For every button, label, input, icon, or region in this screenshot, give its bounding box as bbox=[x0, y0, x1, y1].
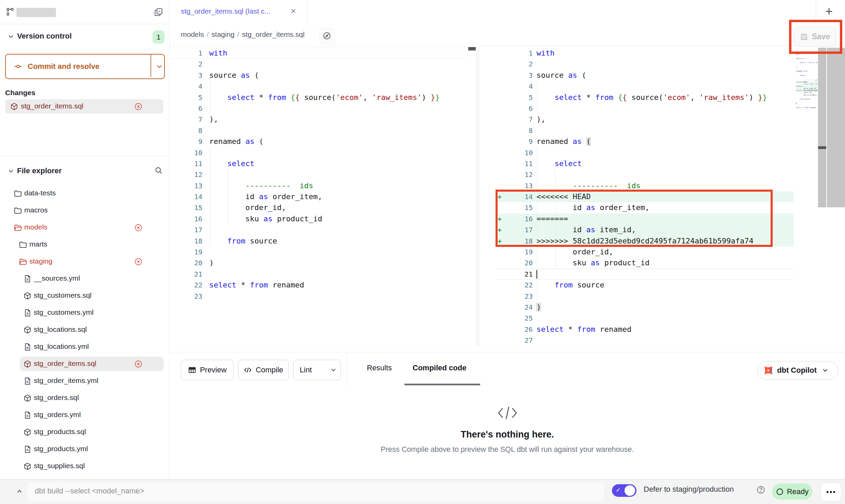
dbt-copilot-button[interactable]: dbt Copilot bbox=[757, 361, 838, 380]
code-line-3[interactable]: 3source as ( bbox=[491, 70, 794, 81]
conflict-circle-x-icon[interactable] bbox=[134, 223, 143, 232]
chevron-down-icon[interactable] bbox=[7, 167, 15, 175]
version-control-title[interactable]: Version control bbox=[17, 32, 72, 41]
scrollbar-thumb[interactable] bbox=[818, 146, 826, 149]
search-icon[interactable] bbox=[154, 166, 163, 175]
chevron-down-icon[interactable] bbox=[7, 33, 15, 40]
compile-button[interactable]: Compile bbox=[238, 360, 289, 380]
help-icon[interactable] bbox=[756, 485, 765, 494]
file-row-stg_order_items.sql[interactable]: stg_order_items.sql bbox=[0, 355, 169, 372]
code-line-16[interactable]: +16======= bbox=[491, 213, 794, 224]
file-row-stg_customers.sql[interactable]: stg_customers.sql bbox=[0, 287, 169, 304]
tab-results[interactable]: Results bbox=[367, 364, 392, 372]
preview-button[interactable]: Preview bbox=[181, 360, 233, 380]
code-line-26[interactable]: 26select * from renamed bbox=[491, 324, 794, 335]
code-line-18[interactable]: 18 from source bbox=[170, 236, 468, 247]
overview-ruler[interactable] bbox=[827, 48, 845, 207]
defer-toggle[interactable]: ✓ bbox=[612, 484, 636, 497]
code-line-9[interactable]: 9renamed as ( bbox=[170, 136, 468, 147]
file-row-data-tests[interactable]: data-tests bbox=[0, 185, 169, 202]
code-line-13[interactable]: 13 ---------- ids bbox=[491, 180, 794, 191]
code-line-12[interactable]: 12 bbox=[491, 169, 794, 180]
code-line-7[interactable]: 7), bbox=[170, 114, 468, 125]
code-line-23[interactable]: 23 bbox=[170, 291, 468, 302]
chevron-up-icon[interactable] bbox=[15, 487, 24, 496]
file-row-stg_customers.yml[interactable]: stg_customers.yml bbox=[0, 304, 169, 321]
code-line-4[interactable]: 4 bbox=[491, 81, 794, 92]
overflow-menu-button[interactable]: ••• bbox=[820, 482, 842, 502]
conflict-circle-x-icon[interactable] bbox=[134, 102, 143, 111]
code-line-5[interactable]: 5 select * from {{ source('ecom', 'raw_i… bbox=[491, 92, 794, 103]
code-line-11[interactable]: 11 select bbox=[170, 158, 468, 169]
code-line-8[interactable]: 8 bbox=[491, 125, 794, 136]
breadcrumb-item[interactable]: models bbox=[181, 30, 204, 38]
chevron-down-icon[interactable] bbox=[155, 62, 163, 71]
code-line-4[interactable]: 4 bbox=[170, 81, 468, 92]
lint-split-button[interactable]: Lint bbox=[293, 360, 341, 380]
conflict-circle-x-icon[interactable] bbox=[134, 360, 143, 368]
tab-compiled-code[interactable]: Compiled code bbox=[413, 364, 467, 372]
file-row-stg_products.sql[interactable]: stg_products.sql bbox=[0, 424, 169, 441]
code-line-7[interactable]: 7), bbox=[491, 114, 794, 125]
commit-and-resolve-button[interactable]: Commit and resolve bbox=[5, 54, 165, 79]
chevron-down-icon[interactable] bbox=[325, 366, 342, 374]
code-line-8[interactable]: 8 bbox=[170, 125, 468, 136]
file-row-marts[interactable]: marts bbox=[0, 236, 169, 253]
code-line-21[interactable]: 21 bbox=[170, 269, 468, 280]
file-row-stg_locations.sql[interactable]: stg_locations.sql bbox=[0, 321, 169, 338]
file-explorer-title[interactable]: File explorer bbox=[17, 166, 62, 175]
code-line-16[interactable]: 16 sku as product_id bbox=[170, 213, 468, 224]
code-line-9[interactable]: 9renamed as ( bbox=[491, 136, 794, 147]
code-line-20[interactable]: 20 sku as product_id bbox=[491, 257, 794, 268]
code-line-14[interactable]: 14 id as order_item, bbox=[170, 191, 468, 202]
code-line-14[interactable]: +14<<<<<<< HEAD bbox=[491, 191, 794, 202]
code-line-2[interactable]: 2 bbox=[491, 59, 794, 70]
code-line-12[interactable]: 12 bbox=[170, 169, 468, 180]
file-row-stg_order_items.yml[interactable]: stg_order_items.yml bbox=[0, 372, 169, 389]
code-line-10[interactable]: 10 bbox=[170, 147, 468, 158]
file-row-macros[interactable]: macros bbox=[0, 202, 169, 219]
code-line-1[interactable]: 1with bbox=[491, 48, 794, 59]
breadcrumb-item[interactable]: stg_order_items.sql bbox=[242, 30, 304, 38]
save-button[interactable]: Save bbox=[793, 27, 836, 47]
code-line-19[interactable]: 19 order_id, bbox=[491, 247, 794, 257]
editor-pane-modified[interactable]: 1with23source as (45 select * from {{ so… bbox=[491, 48, 794, 346]
code-line-22[interactable]: 22select * from renamed bbox=[170, 280, 468, 291]
minimap-scrollbar[interactable] bbox=[818, 48, 826, 207]
file-row-stg_orders.yml[interactable]: stg_orders.yml bbox=[0, 406, 169, 424]
code-line-1[interactable]: 1with bbox=[170, 48, 468, 59]
new-tab-button[interactable]: + bbox=[825, 4, 833, 19]
code-line-17[interactable]: +17 id as item_id, bbox=[491, 224, 794, 235]
code-line-25[interactable]: 25 bbox=[491, 313, 794, 324]
changed-file-item[interactable]: stg_order_items.sql bbox=[5, 99, 163, 114]
code-line-3[interactable]: 3source as ( bbox=[170, 70, 468, 81]
code-line-19[interactable]: 19 bbox=[170, 247, 468, 257]
tab-stg-order-items[interactable]: stg_order_items.sql (last c... × bbox=[170, 0, 307, 24]
code-line-6[interactable]: 6 bbox=[491, 103, 794, 114]
code-line-17[interactable]: 17 bbox=[170, 224, 468, 235]
code-line-5[interactable]: 5 select * from {{ source('ecom', 'raw_i… bbox=[170, 92, 468, 103]
code-line-13[interactable]: 13 ---------- ids bbox=[170, 180, 468, 191]
file-row-stg_orders.sql[interactable]: stg_orders.sql bbox=[0, 389, 169, 406]
command-input[interactable]: dbt build --select <model_name> bbox=[27, 482, 604, 501]
code-line-27[interactable]: 27 bbox=[491, 335, 794, 346]
file-row-__sources.yml[interactable]: __sources.yml bbox=[0, 270, 169, 287]
code-line-24[interactable]: 24) bbox=[491, 302, 794, 313]
file-row-staging[interactable]: staging bbox=[0, 253, 169, 270]
file-row-stg_supplies.sql[interactable]: stg_supplies.sql bbox=[0, 458, 169, 475]
file-row-models[interactable]: models bbox=[0, 219, 169, 236]
copy-icon[interactable] bbox=[154, 8, 163, 17]
code-line-15[interactable]: 15 order_id, bbox=[170, 202, 468, 213]
code-line-15[interactable]: 15 id as order_item, bbox=[491, 202, 794, 213]
code-line-6[interactable]: 6 bbox=[170, 103, 468, 114]
code-line-18[interactable]: +18>>>>>>> 58c1dd23d5eebd9cd2495fa7124ab… bbox=[491, 236, 794, 247]
close-icon[interactable]: × bbox=[291, 6, 296, 16]
file-row-stg_products.yml[interactable]: stg_products.yml bbox=[0, 441, 169, 458]
code-line-10[interactable]: 10 bbox=[491, 147, 794, 158]
code-line-20[interactable]: 20) bbox=[170, 257, 468, 268]
code-line-23[interactable]: 23 bbox=[491, 291, 794, 302]
scrollbar-thumb[interactable] bbox=[468, 47, 476, 50]
breadcrumb-item[interactable]: staging bbox=[212, 30, 235, 38]
code-line-21[interactable]: 21 bbox=[491, 269, 794, 280]
editor-pane-original[interactable]: 1with23source as (45 select * from {{ so… bbox=[170, 48, 468, 302]
